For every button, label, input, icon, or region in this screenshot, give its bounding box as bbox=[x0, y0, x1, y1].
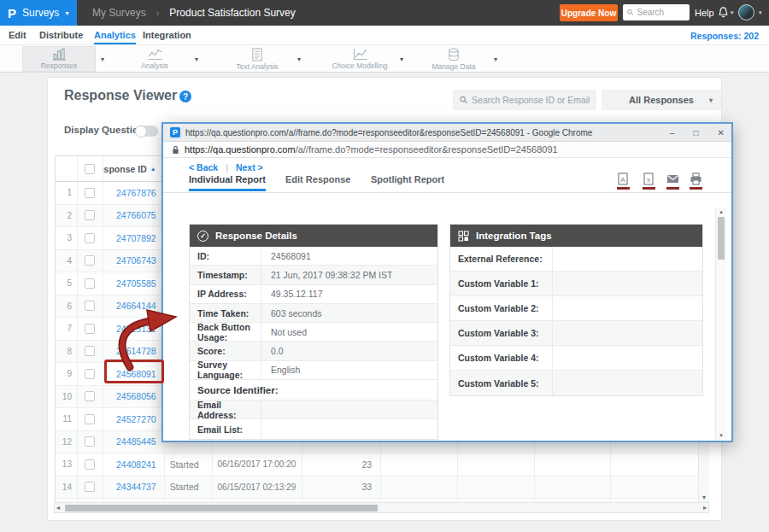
row-checkbox[interactable] bbox=[85, 369, 95, 379]
row-checkbox[interactable] bbox=[85, 324, 95, 334]
horizontal-scroll-thumb[interactable] bbox=[65, 505, 378, 512]
responses-count[interactable]: Responses: 202 bbox=[690, 31, 759, 41]
toolbar-analysis-button[interactable]: Analysis bbox=[118, 46, 191, 72]
row-checkbox[interactable] bbox=[85, 346, 95, 356]
menu-edit[interactable]: Edit bbox=[9, 30, 26, 40]
response-id-link[interactable]: 24664144 bbox=[103, 295, 165, 318]
toolbar-choice-modelling-label: Choice Modelling bbox=[332, 61, 387, 70]
toolbar-choice-modelling-button[interactable]: Choice Modelling bbox=[323, 46, 396, 72]
scroll-up-icon[interactable]: ▴ bbox=[716, 208, 726, 215]
integration-puzzle-icon bbox=[458, 231, 469, 242]
response-id-link[interactable]: 24344737 bbox=[103, 476, 165, 499]
help-link[interactable]: Help bbox=[695, 8, 714, 18]
help-question-icon[interactable]: ? bbox=[179, 91, 191, 102]
tag-row: Custom Variable 5: bbox=[450, 371, 702, 395]
export-pdf-icon[interactable]: A bbox=[617, 172, 630, 185]
export-excel-icon[interactable]: x bbox=[643, 172, 655, 185]
response-id-link[interactable]: 24766075 bbox=[103, 205, 165, 227]
tab-spotlight-report[interactable]: Spotlight Report bbox=[371, 174, 444, 184]
email-report-icon[interactable] bbox=[666, 172, 679, 185]
response-id-link[interactable]: 24408241 bbox=[103, 453, 165, 476]
response-id-link[interactable]: 24527270 bbox=[103, 408, 165, 430]
detail-row: IP Address:49.35.12.117 bbox=[190, 285, 437, 304]
toolbar-responses-button[interactable]: Responses bbox=[22, 46, 96, 72]
row-number: 8 bbox=[56, 341, 78, 363]
integration-tags-header: Integration Tags bbox=[450, 225, 702, 247]
select-all-checkbox[interactable] bbox=[85, 164, 95, 174]
response-id-link[interactable]: 24625131 bbox=[103, 318, 165, 340]
row-number: 1 bbox=[56, 182, 78, 204]
notifications-bell-icon[interactable] bbox=[717, 6, 730, 20]
address-bar[interactable]: https://qa.questionpro.com/a//frame.do?m… bbox=[163, 142, 731, 158]
global-search-input[interactable] bbox=[637, 8, 685, 17]
avatar-caret-icon[interactable]: ▾ bbox=[759, 9, 762, 16]
response-id-link[interactable]: 24568056 bbox=[103, 386, 165, 408]
product-menu[interactable]: P Surveys ▾ bbox=[0, 0, 77, 26]
popup-title-bar[interactable]: P https://qa.questionpro.com/a//frame.do… bbox=[163, 124, 731, 142]
menu-analytics[interactable]: Analytics bbox=[94, 30, 136, 44]
row-checkbox[interactable] bbox=[85, 278, 95, 289]
row-checkbox[interactable] bbox=[85, 233, 95, 243]
header-response-id[interactable]: Response ID▲ bbox=[103, 156, 165, 181]
responses-caret-icon[interactable]: ▾ bbox=[101, 56, 104, 63]
chevron-down-icon: ▾ bbox=[65, 9, 68, 17]
detail-row: Timestamp:21 Jun, 2017 09:38:32 PM IST bbox=[190, 266, 437, 284]
row-checkbox[interactable] bbox=[85, 482, 95, 492]
highlight-box bbox=[104, 360, 164, 383]
bell-caret-icon[interactable]: ▾ bbox=[731, 9, 734, 16]
row-number: 9 bbox=[56, 363, 78, 385]
detail-row: Email Address: bbox=[190, 400, 437, 419]
row-checkbox[interactable] bbox=[85, 391, 95, 401]
manage-data-caret-icon[interactable]: ▾ bbox=[494, 56, 497, 63]
upgrade-now-button[interactable]: Upgrade Now bbox=[560, 4, 618, 21]
tab-edit-response[interactable]: Edit Response bbox=[285, 174, 350, 184]
row-checkbox[interactable] bbox=[85, 301, 95, 311]
sort-ascending-icon: ▲ bbox=[150, 166, 156, 172]
row-number: 13 bbox=[56, 453, 78, 476]
response-id-link[interactable]: 24767876 bbox=[103, 182, 165, 204]
url-path: /a//frame.do?mode=responseeditor&respons… bbox=[296, 144, 558, 155]
popup-scroll-thumb[interactable] bbox=[718, 217, 725, 260]
row-checkbox[interactable] bbox=[85, 210, 95, 220]
response-id-link[interactable]: 24706743 bbox=[103, 250, 165, 272]
row-checkbox[interactable] bbox=[85, 188, 95, 198]
search-icon bbox=[460, 96, 467, 104]
scroll-right-icon[interactable]: ▸ bbox=[703, 504, 707, 512]
window-title: https://qa.questionpro.com/a//frame.do?m… bbox=[185, 128, 651, 137]
menu-distribute[interactable]: Distribute bbox=[39, 30, 83, 40]
response-id-link[interactable]: 24705585 bbox=[103, 272, 165, 295]
analysis-caret-icon[interactable]: ▾ bbox=[195, 56, 198, 63]
menu-integration[interactable]: Integration bbox=[143, 30, 191, 40]
row-checkbox[interactable] bbox=[85, 414, 95, 424]
print-icon[interactable] bbox=[690, 172, 702, 185]
row-checkbox[interactable] bbox=[85, 436, 95, 447]
row-checkbox[interactable] bbox=[85, 459, 95, 470]
questionpro-logo-icon: P bbox=[8, 6, 16, 20]
toolbar-manage-data-button[interactable]: Manage Data bbox=[417, 46, 490, 72]
scroll-down-icon[interactable]: ▾ bbox=[699, 494, 709, 501]
close-button[interactable]: ✕ bbox=[718, 128, 725, 137]
response-search-input[interactable] bbox=[472, 95, 590, 105]
maximize-button[interactable]: □ bbox=[694, 128, 699, 137]
user-avatar[interactable] bbox=[738, 4, 754, 20]
survey-menu-bar: Edit Distribute Analytics Integration Re… bbox=[0, 26, 769, 45]
breadcrumb-parent[interactable]: My Surveys bbox=[92, 7, 146, 19]
row-checkbox[interactable] bbox=[85, 255, 95, 266]
choice-modelling-caret-icon[interactable]: ▾ bbox=[400, 56, 403, 63]
detail-row: Time Taken:603 seconds bbox=[190, 304, 437, 323]
scroll-left-icon[interactable]: ◂ bbox=[56, 504, 60, 512]
scroll-down-icon[interactable]: ▾ bbox=[716, 432, 726, 439]
text-analysis-caret-icon[interactable]: ▾ bbox=[297, 56, 301, 63]
toolbar-text-analysis-button[interactable]: Text Analysis bbox=[220, 46, 294, 72]
tag-row: Custom Variable 4: bbox=[450, 346, 702, 371]
popup-vertical-scrollbar[interactable]: ▴ ▾ bbox=[715, 208, 726, 440]
table-horizontal-scrollbar[interactable]: ◂ ▸ bbox=[54, 502, 709, 513]
tag-row: External Reference: bbox=[450, 247, 702, 272]
display-questions-toggle[interactable] bbox=[135, 126, 158, 137]
response-filter-dropdown[interactable]: All Responses ▾ bbox=[602, 90, 721, 110]
toolbar-responses-label: Responses bbox=[41, 61, 78, 70]
response-id-link[interactable]: 24485445 bbox=[103, 431, 165, 453]
minimize-button[interactable]: – bbox=[670, 128, 675, 137]
tab-individual-report[interactable]: Individual Report bbox=[189, 174, 266, 191]
response-id-link[interactable]: 24707892 bbox=[103, 227, 165, 249]
